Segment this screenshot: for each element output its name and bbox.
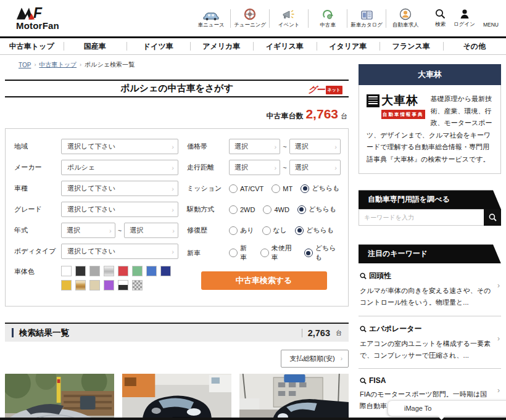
radio-icon [229,205,238,214]
radio-option-selected[interactable]: どちらも [304,244,341,262]
bodytype-select[interactable]: 選択して下さい› [61,244,178,259]
color-swatch-black[interactable] [75,266,86,276]
select-value: 選択 [295,163,309,172]
results-heading: 検索結果一覧 [19,327,302,339]
radio-option-selected[interactable]: どちらも [297,205,336,214]
motorfan-logo[interactable]: F MotorFan [16,6,59,31]
grade-select[interactable]: 選択して下さい› [61,202,178,217]
chevron-right-icon: › [334,164,337,171]
keyword-description: クルマが車体の向きを変える速さや、そのコントロール性をいう。物理量と... [360,285,491,308]
color-swatch-beige[interactable] [89,280,100,290]
color-swatch-gold[interactable] [75,280,86,290]
chevron-right-icon: › [341,355,342,362]
radio-label: どちらも [315,244,341,262]
radio-option[interactable]: 未使用車 [260,244,296,262]
header-link-catalog[interactable]: 新車カタログ [349,7,384,29]
keyword-item[interactable]: 回頭性 クルマが車体の向きを変える速さや、そのコントロール性をいう。物理量と..… [359,263,501,316]
results-count: 2,763 台 [302,328,342,338]
radio-label: どちらも [309,205,336,214]
field-label-model: 車種 [14,184,61,193]
nav-item-german[interactable]: ドイツ車 [126,38,190,54]
region-select[interactable]: 選択して下さい› [61,139,178,154]
color-swatch-silver[interactable] [104,266,114,276]
image-tools-popup[interactable]: iMage To [388,400,506,416]
term-search-button[interactable] [484,209,501,226]
year-from-select[interactable]: 選択› [61,223,115,238]
mileage-to-select[interactable]: 選択› [289,160,341,175]
menu-label: MENU [483,22,499,28]
sort-order-button[interactable]: 支払総額順(安) › [281,350,349,368]
radio-label: 未使用車 [272,244,296,262]
radio-option[interactable]: 新車 [229,244,252,262]
color-swatch-red[interactable] [118,266,128,276]
nav-item-domestic[interactable]: 国産車 [64,38,127,54]
color-swatch-other[interactable] [132,280,143,290]
goonet-logo[interactable]: グー ネット [308,84,342,96]
nav-item-other[interactable]: その他 [443,38,506,54]
header-link-used-cars[interactable]: 中古車 [310,7,345,29]
nav-item-british[interactable]: イギリス車 [253,38,317,54]
radio-option[interactable]: 4WD [263,205,289,214]
chevron-right-icon: › [172,248,174,255]
nav-item-american[interactable]: アメリカ車 [190,38,254,54]
brand-name: MotorFan [16,20,59,31]
model-select[interactable]: 選択して下さい› [61,181,178,196]
radio-checked-icon [301,184,309,193]
breadcrumb-link-top[interactable]: TOP [19,62,31,68]
results-header: 検索結果一覧 2,763 台 [5,323,349,342]
radio-icon [263,205,272,214]
term-search-input[interactable] [359,209,484,226]
radio-option[interactable]: なし [262,226,288,235]
goonet-logo-text: グー [308,84,324,96]
radio-option[interactable]: 2WD [229,205,255,214]
radio-option[interactable]: あり [229,226,254,235]
nav-item-used-top[interactable]: 中古車トップ [0,38,64,54]
header-link-car-news[interactable]: 車ニュース [194,7,228,29]
color-swatch-gray[interactable] [89,266,100,276]
year-to-select[interactable]: 選択› [124,223,178,238]
header-link-tuning[interactable]: チューニング [233,7,267,29]
recycle-icon [321,7,334,20]
car-photo-black-cayenne-street[interactable] [239,374,349,420]
term-search-header: 自動車専門用語を調べる [359,190,501,209]
keyword-item[interactable]: エバポレーター エアコンの室内ユニットを構成する一要素で、コンプレッサーで圧縮さ… [359,316,501,369]
color-swatch-yellow[interactable] [61,280,72,290]
header-login-button[interactable]: ログイン [454,9,475,28]
radio-label: AT/CVT [240,185,263,192]
radio-option[interactable]: AT/CVT [229,184,263,193]
field-label-transmission: ミッション [187,184,229,193]
color-swatch-green[interactable] [132,266,143,276]
daisharin-logo[interactable]: 大車林 自動車情報事典 [367,94,425,119]
header-search-button[interactable]: 検索 [435,9,446,28]
search-submit-button[interactable]: 中古車検索する [201,271,327,290]
nav-item-french[interactable]: フランス車 [380,38,443,54]
quick-link-label: イベント [278,22,300,29]
price-from-select[interactable]: 選択› [229,139,280,154]
chevron-right-icon: › [109,227,112,234]
color-swatch-white[interactable] [61,266,72,276]
nav-item-italian[interactable]: イタリア車 [317,38,380,54]
radio-option-selected[interactable]: どちらも [295,226,334,235]
maker-select[interactable]: ポルシェ› [61,160,178,175]
breadcrumb-link-used-top[interactable]: 中古車トップ [39,60,77,69]
chevron-right-icon: › [172,143,174,150]
radio-option[interactable]: MT [272,184,292,193]
car-photo-silver-boxster[interactable] [5,374,114,420]
mileage-from-select[interactable]: 選択› [229,160,280,175]
color-swatch-two-tone[interactable] [118,280,128,290]
header-menu-button[interactable]: MENU [483,9,499,28]
price-to-select[interactable]: 選択› [289,139,341,154]
radio-option-selected[interactable]: どちらも [301,184,339,193]
field-label-region: 地域 [14,142,61,151]
color-swatch-navy[interactable] [160,266,171,276]
select-value: 選択 [234,142,248,151]
keywords-header: 注目のキーワード [359,244,501,263]
header-link-jobs[interactable]: 自動車求人 [388,7,423,29]
header-link-event[interactable]: イベント [272,7,306,29]
result-photo-row: 軽専門店! ケイ・ドリーム [5,374,349,420]
color-swatch-purple[interactable] [104,280,114,290]
field-label-grade: グレード [14,205,61,214]
car-photo-black-cayenne-dealer[interactable]: 軽専門店! ケイ・ドリーム [122,374,231,420]
color-swatch-blue[interactable] [146,266,157,276]
results-count-value: 2,763 [308,328,330,338]
